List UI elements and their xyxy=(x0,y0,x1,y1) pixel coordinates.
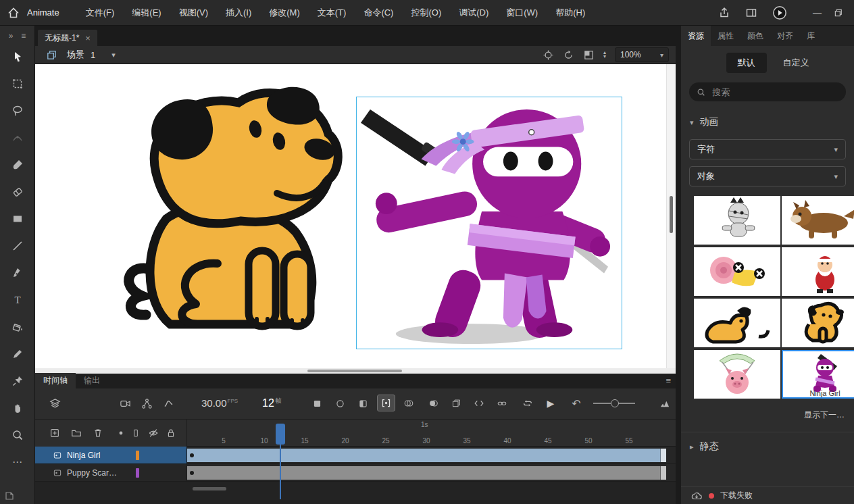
layer-depth-icon[interactable] xyxy=(161,397,176,410)
swap-keyframes-icon[interactable] xyxy=(472,397,486,410)
keyframe-dot[interactable] xyxy=(190,453,194,457)
onion-skin-icon[interactable] xyxy=(332,397,347,410)
layer-name-cell-puppy[interactable]: Puppy Scar… xyxy=(35,464,187,482)
rotate-stage-icon[interactable] xyxy=(563,49,574,61)
zoom-stepper[interactable]: ▴ ▾ xyxy=(603,51,606,59)
workspace-icon[interactable] xyxy=(745,7,757,19)
undo-icon[interactable]: ↶ xyxy=(569,397,584,410)
selection-tool[interactable] xyxy=(0,43,34,70)
brush-tool[interactable] xyxy=(0,151,34,178)
onion-skin-outline-icon[interactable] xyxy=(355,397,370,410)
delete-layer-button[interactable] xyxy=(92,427,104,439)
zoom-down-icon[interactable]: ▾ xyxy=(603,55,606,59)
keyframe-dot[interactable] xyxy=(190,471,194,475)
tab-assets[interactable]: 资源 xyxy=(681,26,711,46)
current-frame[interactable]: 12帧 xyxy=(262,397,282,409)
show-next-link[interactable]: 显示下一… xyxy=(681,399,854,421)
menu-commands[interactable]: 命令(C) xyxy=(355,0,402,25)
asset-thumbnail-mummy[interactable] xyxy=(694,196,780,245)
horizontal-scroll-thumb[interactable] xyxy=(307,370,402,372)
document-tab[interactable]: 无标题-1* × xyxy=(38,30,97,46)
hand-tool[interactable] xyxy=(0,395,34,422)
menu-window[interactable]: 窗口(W) xyxy=(497,0,547,25)
tab-timeline[interactable]: 时间轴 xyxy=(35,373,76,388)
frame-span[interactable] xyxy=(187,466,665,480)
pencil-tool[interactable] xyxy=(0,341,34,368)
asset-thumbnail-wolf[interactable] xyxy=(782,196,854,245)
filter-objects-dropdown[interactable]: 对象 ▾ xyxy=(689,166,846,186)
close-tab-icon[interactable]: × xyxy=(85,33,91,43)
new-folder-button[interactable] xyxy=(70,427,82,439)
frame-size-icon[interactable] xyxy=(657,397,672,410)
zoom-select[interactable]: 100% ▾ xyxy=(615,47,669,62)
lock-all-layers-icon[interactable] xyxy=(165,427,177,439)
onion-skin-filled-icon[interactable] xyxy=(426,397,441,410)
free-transform-tool[interactable] xyxy=(0,70,34,97)
menu-file[interactable]: 文件(F) xyxy=(77,0,124,25)
playhead[interactable] xyxy=(276,424,285,445)
highlight-layer-dot[interactable] xyxy=(115,427,127,439)
show-layers-icon[interactable] xyxy=(47,397,62,410)
mode-default-button[interactable]: 默认 xyxy=(726,53,767,73)
puppy-artwork[interactable] xyxy=(115,86,345,353)
center-stage-icon[interactable] xyxy=(543,49,554,61)
frame-rate[interactable]: 30.00FPS xyxy=(201,397,238,409)
onion-skin-range-icon[interactable] xyxy=(309,397,324,410)
edit-scene-icon[interactable] xyxy=(46,49,57,61)
timeline-scroll-thumb[interactable] xyxy=(193,487,226,490)
layer-track-puppy[interactable] xyxy=(187,464,676,482)
play-button[interactable]: ▶ xyxy=(543,397,558,410)
home-button[interactable] xyxy=(0,7,27,19)
frame-ruler[interactable]: 1s 5 10 15 20 25 30 35 40 45 50 55 xyxy=(187,420,676,447)
pen-tool[interactable] xyxy=(0,259,34,286)
menu-edit[interactable]: 编辑(E) xyxy=(123,0,170,25)
asset-thumbnail-puppy-playing[interactable] xyxy=(694,299,780,347)
layer-color-chip[interactable] xyxy=(136,468,139,478)
layer-row[interactable]: Ninja Girl xyxy=(35,447,676,464)
play-circle-button[interactable] xyxy=(772,5,787,20)
section-animated[interactable]: ▾ 动画 xyxy=(681,101,854,132)
section-static[interactable]: ▸ 静态 xyxy=(681,432,854,457)
layer-name-cell-ninja[interactable]: Ninja Girl xyxy=(35,447,187,464)
tween-span[interactable] xyxy=(187,449,665,462)
selection-bounding-box[interactable] xyxy=(356,97,622,349)
edit-multiple-frames-button[interactable] xyxy=(377,395,395,411)
eraser-tool[interactable] xyxy=(0,178,34,205)
more-tools-button[interactable]: ⋯ xyxy=(0,449,34,476)
menu-modify[interactable]: 修改(M) xyxy=(260,0,309,25)
minimize-button[interactable]: — xyxy=(813,7,822,18)
new-layer-button[interactable] xyxy=(49,427,61,439)
loop-playback-icon[interactable] xyxy=(520,397,535,410)
stage-vertical-scrollbar[interactable] xyxy=(666,64,676,368)
toolbar-menu-icon[interactable]: ≡ xyxy=(21,31,26,43)
tab-align[interactable]: 对齐 xyxy=(770,26,800,46)
slider-knob[interactable] xyxy=(611,399,619,407)
layer-track-ninja[interactable] xyxy=(187,447,676,464)
text-tool[interactable]: T xyxy=(0,286,34,313)
vertical-scroll-thumb[interactable] xyxy=(670,196,673,233)
menu-control[interactable]: 控制(O) xyxy=(402,0,450,25)
asset-thumbnail-puppy-sitting[interactable] xyxy=(782,299,854,347)
tab-output[interactable]: 输出 xyxy=(76,373,108,388)
layer-row[interactable]: Puppy Scar… xyxy=(35,464,676,482)
asset-search[interactable] xyxy=(689,82,846,101)
menu-insert[interactable]: 插入(I) xyxy=(217,0,260,25)
zoom-tool[interactable] xyxy=(0,422,34,449)
search-input[interactable] xyxy=(711,86,838,98)
mode-custom-button[interactable]: 自定义 xyxy=(783,57,809,69)
menu-help[interactable]: 帮助(H) xyxy=(547,0,594,25)
advanced-layers-icon[interactable] xyxy=(139,397,154,410)
asset-thumbnail-pig-parachute[interactable] xyxy=(694,350,780,399)
menu-debug[interactable]: 调试(D) xyxy=(450,0,497,25)
share-icon[interactable] xyxy=(718,7,730,19)
line-tool[interactable] xyxy=(0,232,34,259)
tab-colors[interactable]: 颜色 xyxy=(740,26,770,46)
tab-library[interactable]: 库 xyxy=(800,26,822,46)
ninja-girl-artwork[interactable] xyxy=(357,97,622,349)
filter-characters-dropdown[interactable]: 字符 ▾ xyxy=(689,139,846,159)
camera-icon[interactable] xyxy=(118,397,132,410)
layer-color-chip[interactable] xyxy=(136,451,139,460)
hide-all-layers-icon[interactable] xyxy=(147,427,159,439)
restore-button[interactable] xyxy=(834,8,843,18)
asset-thumbnail-ninja-girl[interactable]: Ninja Girl xyxy=(782,350,854,399)
